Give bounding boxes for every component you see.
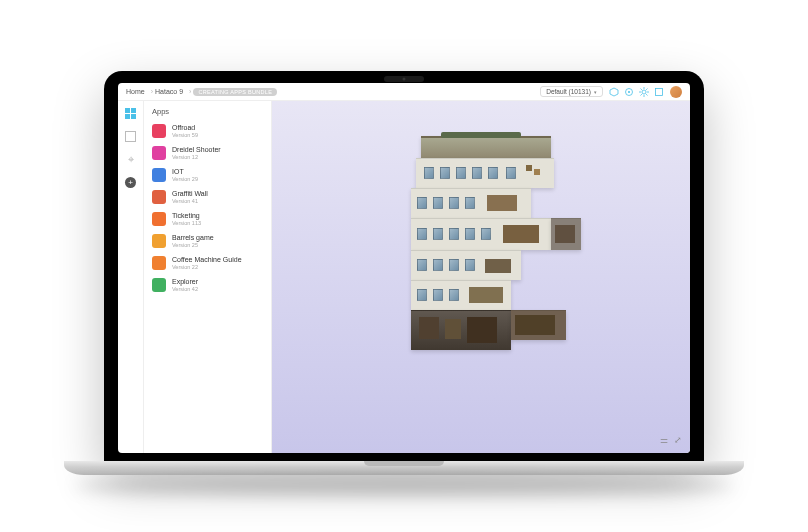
status-badge: CREATING APPS BUNDLE: [193, 88, 277, 96]
app-item[interactable]: IOTVersion 29: [144, 164, 271, 186]
left-rail: ⌖ +: [118, 101, 144, 453]
app-version: Version 29: [172, 176, 198, 182]
app-version: Version 41: [172, 198, 208, 204]
app-item[interactable]: Dreidel ShooterVersion 12: [144, 142, 271, 164]
building-model: [411, 136, 571, 366]
gear-icon[interactable]: [639, 87, 649, 97]
laptop-frame: Home › Hataco 9 › CREATING APPS BUNDLE D…: [104, 71, 704, 461]
sliders-icon[interactable]: ⚌: [660, 435, 668, 445]
app-version: Version 59: [172, 132, 198, 138]
panel-title: Apps: [144, 105, 271, 120]
app-item[interactable]: Graffiti WallVersion 41: [144, 186, 271, 208]
avatar[interactable]: [670, 86, 682, 98]
camera-notch: [384, 76, 424, 82]
app-name: Offroad: [172, 124, 198, 132]
app-name: IOT: [172, 168, 198, 176]
app-list: OffroadVersion 59Dreidel ShooterVersion …: [144, 120, 271, 296]
app-name: Explorer: [172, 278, 198, 286]
app-version: Version 25: [172, 242, 214, 248]
app-item[interactable]: ExplorerVersion 42: [144, 274, 271, 296]
toolbar-icons: [609, 87, 664, 97]
box-icon[interactable]: [654, 87, 664, 97]
app-icon: [152, 190, 166, 204]
chevron-down-icon: ▾: [594, 89, 597, 95]
dropdown-label: Default (10131): [546, 88, 591, 95]
app-item[interactable]: TicketingVersion 113: [144, 208, 271, 230]
app-icon: [152, 168, 166, 182]
app-item[interactable]: OffroadVersion 59: [144, 120, 271, 142]
expand-icon[interactable]: ⤢: [674, 435, 682, 445]
app-icon: [152, 146, 166, 160]
app-icon: [152, 256, 166, 270]
viewport-3d[interactable]: ⚌ ⤢: [272, 101, 690, 453]
rail-scene-icon[interactable]: [124, 130, 137, 143]
app-icon: [152, 212, 166, 226]
target-icon[interactable]: [624, 87, 634, 97]
app-version: Version 113: [172, 220, 201, 226]
app-name: Barrels game: [172, 234, 214, 242]
app-name: Dreidel Shooter: [172, 146, 221, 154]
laptop-shadow: [74, 477, 734, 495]
chevron-right-icon: ›: [189, 88, 191, 95]
app-icon: [152, 124, 166, 138]
app-icon: [152, 234, 166, 248]
main-body: ⌖ + Apps OffroadVersion 59Dreidel Shoote…: [118, 101, 690, 453]
rail-location-icon[interactable]: ⌖: [124, 153, 137, 166]
breadcrumb-home[interactable]: Home: [126, 88, 145, 95]
app-version: Version 22: [172, 264, 242, 270]
apps-panel: Apps OffroadVersion 59Dreidel ShooterVer…: [144, 101, 272, 453]
app-name: Ticketing: [172, 212, 201, 220]
layout-dropdown[interactable]: Default (10131) ▾: [540, 86, 603, 97]
cube-icon[interactable]: [609, 87, 619, 97]
chevron-right-icon: ›: [151, 88, 153, 95]
viewer-bottom-tools: ⚌ ⤢: [660, 435, 682, 445]
breadcrumb-project[interactable]: Hataco 9: [155, 88, 183, 95]
app-name: Graffiti Wall: [172, 190, 208, 198]
app-item[interactable]: Barrels gameVersion 25: [144, 230, 271, 252]
app-icon: [152, 278, 166, 292]
svg-rect-3: [656, 88, 663, 95]
laptop-base: [64, 461, 744, 475]
app-version: Version 42: [172, 286, 198, 292]
svg-point-1: [628, 91, 630, 93]
app-screen: Home › Hataco 9 › CREATING APPS BUNDLE D…: [118, 83, 690, 453]
rail-add-icon[interactable]: +: [124, 176, 137, 189]
app-item[interactable]: Coffee Machine GuideVersion 22: [144, 252, 271, 274]
svg-point-2: [642, 90, 646, 94]
app-name: Coffee Machine Guide: [172, 256, 242, 264]
app-version: Version 12: [172, 154, 221, 160]
top-bar: Home › Hataco 9 › CREATING APPS BUNDLE D…: [118, 83, 690, 101]
rail-apps-icon[interactable]: [124, 107, 137, 120]
